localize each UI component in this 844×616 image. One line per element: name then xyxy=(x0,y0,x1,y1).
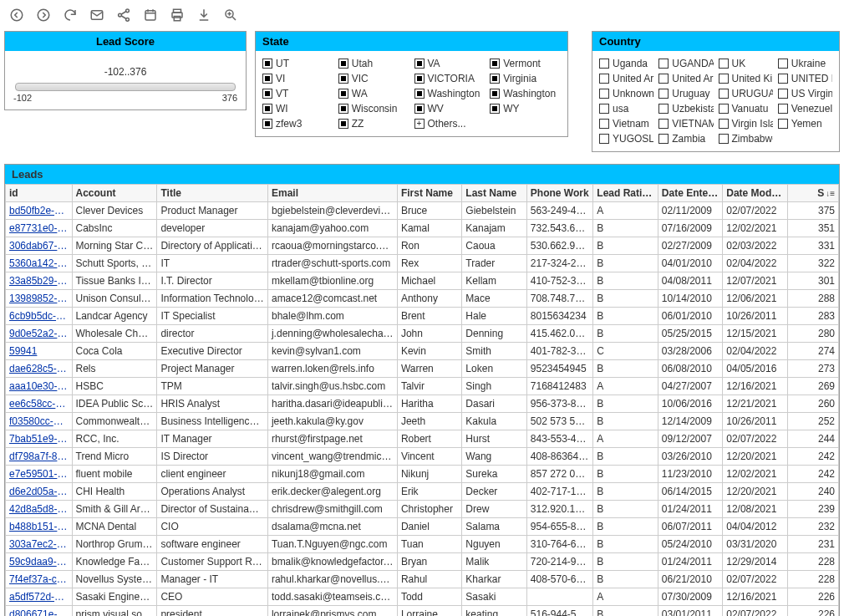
country-item[interactable]: VIETNAM xyxy=(658,118,713,130)
cell-id[interactable]: 6cb9b5dc-bf1a xyxy=(6,308,73,325)
state-item[interactable]: UT xyxy=(262,58,333,69)
checkbox-icon[interactable] xyxy=(658,89,669,99)
country-item[interactable]: URUGUAY xyxy=(719,88,773,99)
state-item[interactable]: WA xyxy=(338,88,409,99)
calendar-icon[interactable] xyxy=(143,8,158,23)
checkbox-icon[interactable] xyxy=(338,59,348,69)
cell-id[interactable]: ee6c58cc-8bd4 xyxy=(6,395,73,413)
checkbox-icon[interactable] xyxy=(658,119,669,129)
col-phone-work[interactable]: Phone Work xyxy=(526,185,593,202)
checkbox-icon[interactable] xyxy=(778,119,788,129)
col-last-name[interactable]: Last Name xyxy=(462,185,526,202)
checkbox-icon[interactable] xyxy=(778,74,788,84)
cell-id[interactable]: b488b151-f9f7- xyxy=(6,518,73,536)
checkbox-icon[interactable] xyxy=(719,119,729,129)
checkbox-icon[interactable] xyxy=(599,89,609,99)
checkbox-icon[interactable] xyxy=(262,89,272,99)
table-row[interactable]: ee6c58cc-8bd4IDEA Public SchoolsHRIS Ana… xyxy=(6,395,839,413)
state-item[interactable]: zfew3 xyxy=(262,118,333,130)
checkbox-icon[interactable] xyxy=(719,89,729,99)
table-row[interactable]: b488b151-f9f7-MCNA DentalCIOdsalama@mcna… xyxy=(6,518,839,536)
country-item[interactable]: UGANDA xyxy=(658,58,713,69)
state-item[interactable]: WI xyxy=(262,103,333,115)
share-icon[interactable] xyxy=(116,8,131,23)
back-icon[interactable] xyxy=(9,8,24,23)
country-item[interactable]: Unknown xyxy=(599,88,653,99)
state-item[interactable]: ZZ xyxy=(338,118,409,130)
zoom-in-icon[interactable] xyxy=(223,8,238,23)
table-row[interactable]: df798a7f-8a67-Trend MicroIS Directorvinc… xyxy=(6,448,839,466)
country-item[interactable]: Ukraine xyxy=(778,58,832,69)
cell-id[interactable]: 306dab67-565b xyxy=(6,237,73,255)
cell-id[interactable]: 7f4ef37a-cec7- xyxy=(6,571,73,588)
checkbox-icon[interactable] xyxy=(338,104,348,114)
checkbox-icon[interactable] xyxy=(599,134,609,144)
checkbox-icon[interactable] xyxy=(778,59,788,69)
table-row[interactable]: dae628c5-c45bRelsProject Managerwarren.l… xyxy=(6,360,839,378)
refresh-icon[interactable] xyxy=(63,8,78,23)
cell-id[interactable]: e7e59501-4813 xyxy=(6,466,73,483)
col-lead-rating[interactable]: Lead Rating xyxy=(593,185,658,202)
cell-id[interactable]: 59c9daa9-7946 xyxy=(6,553,73,571)
country-item[interactable]: UK xyxy=(719,58,773,69)
table-row[interactable]: 306dab67-565bMorning Star CompanyDirecto… xyxy=(6,237,839,255)
checkbox-icon[interactable] xyxy=(262,59,272,69)
table-row[interactable]: 7bab51e9-b297RCC, Inc.IT Managerrhurst@f… xyxy=(6,430,839,448)
country-item[interactable]: Vanuatu xyxy=(719,103,773,115)
checkbox-icon[interactable] xyxy=(414,89,425,99)
col-account[interactable]: Account xyxy=(72,185,157,202)
country-item[interactable]: Zimbabwe xyxy=(719,133,773,145)
table-row[interactable]: e87731e0-c38aCabsIncdeveloperkanajam@yah… xyxy=(6,220,839,237)
checkbox-icon[interactable] xyxy=(599,104,609,114)
table-row[interactable]: f03580cc-3a36-Commonwealth of KBusiness … xyxy=(6,413,839,430)
col-id[interactable]: id xyxy=(6,185,73,202)
table-row[interactable]: 6cb9b5dc-bf1aLandcar AgencyIT Specialist… xyxy=(6,308,839,325)
checkbox-icon[interactable] xyxy=(719,104,729,114)
cell-id[interactable]: 7bab51e9-b297 xyxy=(6,430,73,448)
state-item[interactable]: Washington xyxy=(414,88,486,99)
state-item[interactable]: Vermont xyxy=(490,58,561,69)
country-item[interactable]: Vietnam xyxy=(599,118,653,130)
country-item[interactable]: YUGOSLAVIA xyxy=(599,133,653,145)
download-icon[interactable] xyxy=(196,8,211,23)
state-item[interactable]: Virginia xyxy=(490,73,561,84)
cell-id[interactable]: d806671e-445c xyxy=(6,606,73,617)
cell-id[interactable]: 5360a142-8ef7 xyxy=(6,255,73,272)
checkbox-icon[interactable] xyxy=(262,104,272,114)
leadscore-slider[interactable] xyxy=(15,83,236,91)
table-row[interactable]: 59c9daa9-7946Knowledge FactorCustomer Su… xyxy=(6,553,839,571)
state-others[interactable]: +Others... xyxy=(414,118,486,130)
table-row[interactable]: a5df572d-ce1f-Sasaki EngineeringCEOtodd.… xyxy=(6,588,839,606)
table-row[interactable]: 7f4ef37a-cec7-Novellus Systems IncManage… xyxy=(6,571,839,588)
checkbox-icon[interactable] xyxy=(262,74,272,84)
table-row[interactable]: 59941Coca ColaExecutive Directorkevin@sy… xyxy=(6,343,839,360)
cell-id[interactable]: d6e2d05a-645c xyxy=(6,483,73,501)
country-item[interactable]: Zambia xyxy=(658,133,713,145)
checkbox-icon[interactable] xyxy=(414,104,425,114)
country-item[interactable]: Uganda xyxy=(599,58,653,69)
state-item[interactable]: Wisconsin xyxy=(338,103,409,115)
table-row[interactable]: 33a85b29-211cTissue Banks InternationalI… xyxy=(6,272,839,290)
country-item[interactable]: US Virgin Islands xyxy=(778,88,832,99)
checkbox-icon[interactable] xyxy=(490,59,500,69)
checkbox-icon[interactable] xyxy=(338,119,348,129)
state-item[interactable]: Utah xyxy=(338,58,409,69)
checkbox-icon[interactable] xyxy=(658,74,669,84)
cell-id[interactable]: e87731e0-c38a xyxy=(6,220,73,237)
checkbox-icon[interactable] xyxy=(599,119,609,129)
forward-icon[interactable] xyxy=(36,8,51,23)
checkbox-icon[interactable] xyxy=(338,74,348,84)
cell-id[interactable]: 42d8a5d8-7950 xyxy=(6,501,73,518)
state-item[interactable]: VA xyxy=(414,58,486,69)
country-item[interactable]: usa xyxy=(599,103,653,115)
cell-id[interactable]: 303a7ec2-b0d2 xyxy=(6,536,73,553)
checkbox-icon[interactable] xyxy=(490,74,500,84)
state-item[interactable]: Washington xyxy=(490,88,561,99)
col-date-entered[interactable]: Date Entered xyxy=(658,185,722,202)
cell-id[interactable]: bd50fb2e-770f- xyxy=(6,202,73,220)
cell-id[interactable]: dae628c5-c45b xyxy=(6,360,73,378)
table-row[interactable]: e7e59501-4813fluent mobileclient enginee… xyxy=(6,466,839,483)
checkbox-icon[interactable] xyxy=(414,74,425,84)
table-row[interactable]: d806671e-445cprism visual softwarepresid… xyxy=(6,606,839,617)
col-title[interactable]: Title xyxy=(157,185,268,202)
